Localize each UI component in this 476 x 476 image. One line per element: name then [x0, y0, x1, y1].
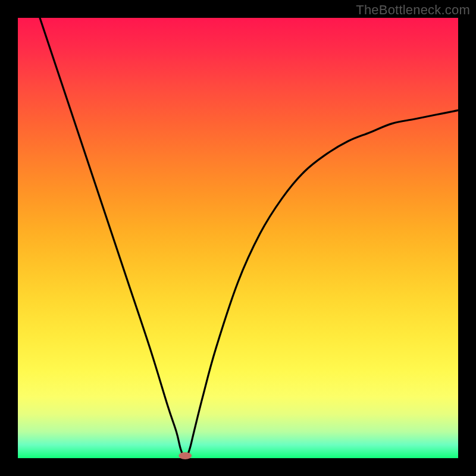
- chart-svg: [18, 18, 458, 458]
- chart-frame: TheBottleneck.com: [0, 0, 476, 476]
- notch-marker: [178, 452, 192, 459]
- attribution-text: TheBottleneck.com: [356, 2, 470, 18]
- bottleneck-curve: [40, 18, 458, 458]
- plot-area: [18, 18, 458, 458]
